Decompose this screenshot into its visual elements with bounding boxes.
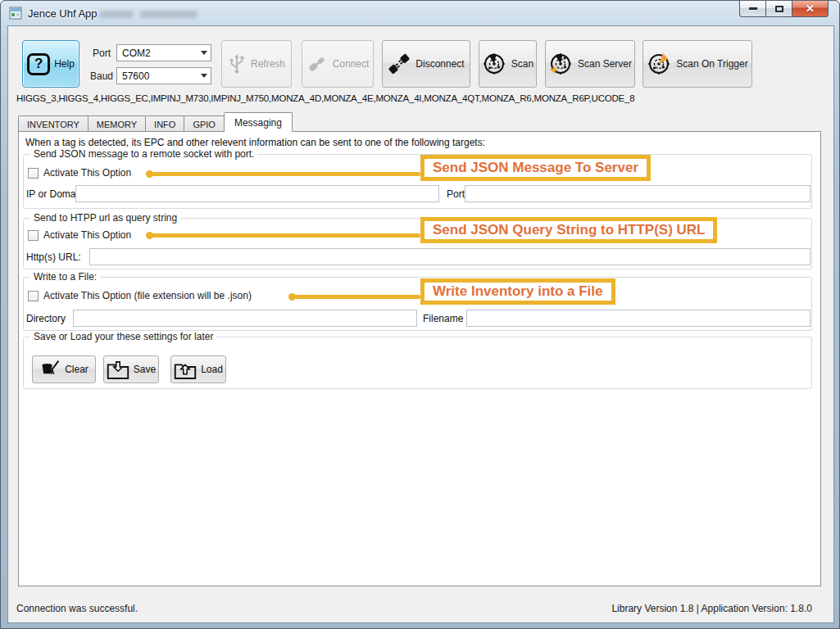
file-activate-row: Activate This Option (file extension wil… <box>28 290 252 301</box>
tab-inventory[interactable]: INVENTORY <box>18 115 89 132</box>
port-value: COM2 <box>122 48 151 59</box>
plug-disconnected-icon <box>388 52 411 75</box>
tab-strip: INVENTORY MEMORY INFO GPIO Messaging <box>18 112 292 132</box>
redacted-smudge <box>140 11 198 18</box>
tab-messaging[interactable]: Messaging <box>224 112 293 132</box>
messaging-panel: When a tag is detected, its EPC and othe… <box>18 131 821 586</box>
annotation-server: Send JSON Message To Server <box>420 155 651 181</box>
caption-buttons: ✕ <box>740 1 829 17</box>
plug-connected-icon <box>306 53 328 75</box>
directory-input[interactable] <box>73 310 417 327</box>
version-info: Library Version 1.8 | Application Versio… <box>611 603 812 614</box>
filename-input[interactable] <box>466 310 810 327</box>
http-activate-label: Activate This Option <box>43 229 131 241</box>
socket-port-label: Port <box>447 188 465 200</box>
socket-group: Send JSON message to a remote socket wit… <box>23 154 812 209</box>
radar-icon <box>482 52 506 76</box>
directory-label: Directory <box>26 313 66 324</box>
url-label: Http(s) URL: <box>26 251 81 263</box>
scan-server-button[interactable]: Scan Server <box>545 40 635 88</box>
http-activate-row: Activate This Option <box>28 229 131 241</box>
refresh-button[interactable]: Refresh <box>221 40 292 88</box>
connect-button[interactable]: Connect <box>302 40 374 88</box>
clear-label: Clear <box>65 364 89 375</box>
annotation-arrow-file <box>291 295 420 299</box>
file-group-legend: Write to a File: <box>30 271 100 283</box>
port-label: Port <box>93 48 111 59</box>
disconnect-label: Disconnect <box>415 58 464 70</box>
save-button[interactable]: Save <box>103 355 159 383</box>
file-group: Write to a File: Activate This Option (f… <box>23 277 812 331</box>
tab-info[interactable]: INFO <box>145 115 184 132</box>
maximize-icon <box>775 6 783 12</box>
maximize-button[interactable] <box>765 1 792 17</box>
radar-trigger-icon <box>647 52 671 76</box>
http-group-legend: Send to HTPP url as query string <box>30 212 180 224</box>
scan-label: Scan <box>511 58 534 70</box>
scan-on-trigger-label: Scan On Trigger <box>676 58 747 70</box>
clear-button[interactable]: Clear <box>32 355 96 383</box>
radar-server-icon <box>548 52 573 76</box>
save-label: Save <box>134 364 156 375</box>
baud-value: 57600 <box>122 70 149 82</box>
disconnect-button[interactable]: Disconnect <box>382 40 470 88</box>
app-icon <box>9 7 22 20</box>
ip-input[interactable] <box>75 185 439 202</box>
load-label: Load <box>201 364 223 375</box>
socket-port-input[interactable] <box>465 185 810 202</box>
window-title: Jence Uhf App <box>28 7 98 20</box>
scan-on-trigger-button[interactable]: Scan On Trigger <box>642 40 752 88</box>
save-folder-icon <box>107 360 129 380</box>
supported-tag-types: HIGGS_3,HIGGS_4,HIGGS_EC,IMPINJ_M730,IMP… <box>16 93 634 103</box>
scan-server-label: Scan Server <box>578 58 632 70</box>
annotation-http: Send JSON Query String to HTTP(S) URL <box>420 217 717 243</box>
help-label: Help <box>54 58 75 70</box>
load-folder-icon <box>174 360 197 380</box>
app-window: Jence Uhf App ✕ ? Help Port COM2 Baud 57… <box>0 0 840 629</box>
port-combobox[interactable]: COM2 <box>116 44 211 61</box>
socket-group-legend: Send JSON message to a remote socket wit… <box>30 148 257 160</box>
socket-activate-row: Activate This Option <box>28 167 131 179</box>
minimize-icon <box>749 7 757 10</box>
tab-gpio[interactable]: GPIO <box>184 115 225 132</box>
title-bar: Jence Uhf App ✕ <box>1 1 839 25</box>
baud-label: Baud <box>90 70 113 82</box>
settings-group-legend: Save or Load your these settings for lat… <box>30 331 216 342</box>
status-message: Connection was successful. <box>16 603 138 614</box>
file-activate-checkbox[interactable] <box>28 291 39 301</box>
usb-icon <box>228 52 246 76</box>
socket-activate-checkbox[interactable] <box>28 168 39 179</box>
connect-label: Connect <box>333 58 370 70</box>
settings-group: Save or Load your these settings for lat… <box>23 337 812 389</box>
close-button[interactable]: ✕ <box>792 1 829 17</box>
file-activate-label: Activate This Option (file extension wil… <box>43 290 252 301</box>
client-area: ? Help Port COM2 Baud 57600 Refresh <box>7 25 834 623</box>
intro-text: When a tag is detected, its EPC and othe… <box>25 137 485 148</box>
tab-memory[interactable]: MEMORY <box>88 115 146 132</box>
annotation-arrow-server <box>148 172 420 176</box>
close-icon: ✕ <box>806 3 815 14</box>
filename-label: Filename <box>423 313 463 324</box>
help-icon: ? <box>27 53 50 75</box>
annotation-arrow-http <box>148 233 420 238</box>
minimize-button[interactable] <box>739 1 766 17</box>
scan-button[interactable]: Scan <box>479 40 537 88</box>
socket-activate-label: Activate This Option <box>43 167 131 179</box>
load-button[interactable]: Load <box>170 355 226 383</box>
http-activate-checkbox[interactable] <box>28 230 39 241</box>
annotation-file: Write Inventory into a File <box>420 278 615 305</box>
chevron-down-icon <box>201 74 207 78</box>
chevron-down-icon <box>201 51 207 55</box>
clear-bucket-icon <box>39 359 61 380</box>
baud-combobox[interactable]: 57600 <box>116 67 211 84</box>
status-bar: Connection was successful. Library Versi… <box>8 600 833 618</box>
refresh-label: Refresh <box>251 58 285 70</box>
url-input[interactable] <box>89 248 810 265</box>
help-button[interactable]: ? Help <box>22 40 79 88</box>
redacted-smudge <box>99 11 134 18</box>
